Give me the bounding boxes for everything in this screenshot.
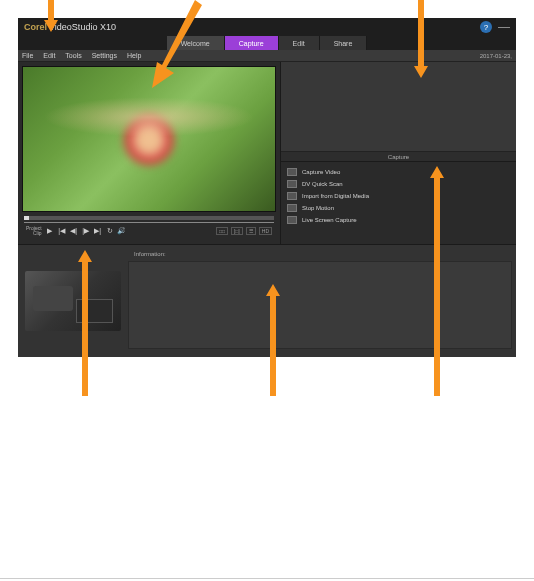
workspace: Project Clip ▶ |◀ ◀| |▶ ▶| ↻ 🔊 □□ [ (18, 62, 516, 357)
tab-share[interactable]: Share (320, 36, 368, 50)
menu-help[interactable]: Help (127, 52, 141, 59)
end-button[interactable]: ▶| (94, 227, 102, 235)
split-button[interactable]: □□ (216, 227, 228, 235)
information-header: Information: (128, 249, 516, 259)
titlebar: Corel VideoStudio X10 ? — (18, 18, 516, 36)
right-panel: Capture Capture Video DV Quick Scan Impo… (280, 62, 516, 244)
layout-button[interactable]: ☰ (246, 227, 256, 235)
media-icon (287, 192, 297, 200)
screen-icon (287, 216, 297, 224)
dv-icon (287, 180, 297, 188)
information-body (128, 261, 512, 349)
play-button[interactable]: ▶ (46, 227, 54, 235)
date-label: 2017-01-23, (480, 53, 512, 59)
transport-buttons: ▶ |◀ ◀| |▶ ▶| ↻ 🔊 (46, 227, 126, 235)
import-digital-option[interactable]: Import from Digital Media (287, 190, 510, 202)
hd-button[interactable]: HD (259, 227, 272, 235)
playback-controls: Project Clip ▶ |◀ ◀| |▶ ▶| ↻ 🔊 □□ [ (22, 223, 276, 239)
information-panel: Information: (128, 245, 516, 357)
capture-options: Capture Video DV Quick Scan Import from … (281, 162, 516, 244)
capture-video-option[interactable]: Capture Video (287, 166, 510, 178)
menu-tools[interactable]: Tools (65, 52, 81, 59)
screen-capture-option[interactable]: Live Screen Capture (287, 214, 510, 226)
scrubber[interactable] (24, 216, 274, 220)
menubar: File Edit Tools Settings Help 2017-01-23… (18, 50, 516, 62)
help-icon[interactable]: ? (480, 21, 492, 33)
titlebar-controls: ? — (480, 20, 510, 34)
camera-icon (25, 271, 121, 331)
device-panel (18, 245, 128, 357)
capture-header: Capture (281, 152, 516, 162)
next-frame-button[interactable]: |▶ (82, 227, 90, 235)
page-divider (0, 578, 534, 579)
prev-frame-button[interactable]: ◀| (70, 227, 78, 235)
enlarge-button[interactable]: [□] (231, 227, 243, 235)
home-button[interactable]: |◀ (58, 227, 66, 235)
playback-mode[interactable]: Project Clip (26, 226, 42, 236)
upper-row: Project Clip ▶ |◀ ◀| |▶ ▶| ↻ 🔊 □□ [ (18, 62, 516, 244)
library-area (281, 62, 516, 152)
step-tabs: Welcome Capture Edit Share (18, 36, 516, 50)
menu-edit[interactable]: Edit (43, 52, 55, 59)
tab-edit[interactable]: Edit (279, 36, 320, 50)
title-product: VideoStudio X10 (49, 22, 116, 32)
tab-welcome[interactable]: Welcome (167, 36, 225, 50)
camcorder-icon (287, 168, 297, 176)
lower-row: Information: (18, 244, 516, 357)
volume-button[interactable]: 🔊 (118, 227, 126, 235)
stopmotion-icon (287, 204, 297, 212)
menu-settings[interactable]: Settings (92, 52, 117, 59)
display-controls: □□ [□] ☰ HD (216, 227, 272, 235)
preview-panel: Project Clip ▶ |◀ ◀| |▶ ▶| ↻ 🔊 □□ [ (18, 62, 280, 244)
menu-file[interactable]: File (22, 52, 33, 59)
stop-motion-option[interactable]: Stop Motion (287, 202, 510, 214)
minimize-button[interactable]: — (498, 20, 510, 34)
app-window: Corel VideoStudio X10 ? — Welcome Captur… (18, 18, 516, 357)
repeat-button[interactable]: ↻ (106, 227, 114, 235)
title-brand: Corel (24, 22, 47, 32)
preview-image (22, 66, 276, 212)
tab-capture[interactable]: Capture (225, 36, 279, 50)
dv-quickscan-option[interactable]: DV Quick Scan (287, 178, 510, 190)
